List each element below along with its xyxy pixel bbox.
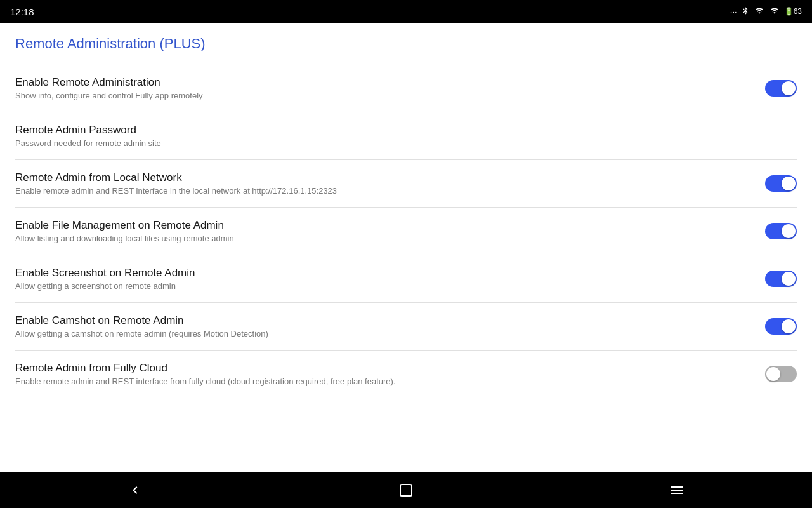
setting-subtitle-enable-file-management: Allow listing and downloading local file… [15,234,752,243]
menu-button[interactable] [658,478,696,503]
status-icons: ··· 🔋63 [730,6,802,17]
back-button[interactable] [116,478,154,503]
setting-subtitle-remote-admin-password: Password needed for remote admin site [15,138,784,148]
setting-subtitle-remote-admin-local-network: Enable remote admin and REST interface i… [15,186,752,196]
setting-row-remote-admin-password[interactable]: Remote Admin PasswordPassword needed for… [15,112,797,160]
setting-text-remote-admin-local-network: Remote Admin from Local NetworkEnable re… [15,171,765,196]
status-time: 12:18 [10,6,34,17]
setting-row-enable-remote-admin[interactable]: Enable Remote AdministrationShow info, c… [15,65,797,112]
status-bar: 12:18 ··· 🔋63 [0,0,812,23]
setting-row-remote-admin-fully-cloud[interactable]: Remote Admin from Fully CloudEnable remo… [15,351,797,398]
battery-icon: 🔋63 [784,7,802,16]
setting-title-remote-admin-password: Remote Admin Password [15,124,784,137]
bottom-nav [0,472,812,508]
home-button[interactable] [387,478,425,503]
settings-list: Enable Remote AdministrationShow info, c… [15,65,797,398]
setting-subtitle-enable-camshot: Allow getting a camshot on remote admin … [15,329,752,338]
setting-subtitle-enable-remote-admin: Show info, configure and control Fully a… [15,91,752,100]
setting-title-enable-screenshot: Enable Screenshot on Remote Admin [15,267,752,279]
setting-text-enable-camshot: Enable Camshot on Remote AdminAllow gett… [15,314,765,338]
setting-row-enable-camshot[interactable]: Enable Camshot on Remote AdminAllow gett… [15,303,797,351]
page-title: Remote Administration (PLUS) [15,36,797,52]
svg-rect-0 [400,485,412,496]
bluetooth-icon [741,6,750,17]
main-content: Remote Administration (PLUS) Enable Remo… [0,23,812,472]
toggle-remote-admin-local-network[interactable] [765,175,797,192]
setting-title-remote-admin-local-network: Remote Admin from Local Network [15,171,752,184]
setting-subtitle-remote-admin-fully-cloud: Enable remote admin and REST interface f… [15,377,752,386]
setting-title-enable-remote-admin: Enable Remote Administration [15,76,752,89]
setting-text-remote-admin-fully-cloud: Remote Admin from Fully CloudEnable remo… [15,362,765,386]
setting-row-remote-admin-local-network[interactable]: Remote Admin from Local NetworkEnable re… [15,160,797,208]
wifi-icon [769,6,780,17]
setting-subtitle-enable-screenshot: Allow getting a screenshot on remote adm… [15,281,752,291]
setting-text-enable-remote-admin: Enable Remote AdministrationShow info, c… [15,76,765,100]
toggle-enable-remote-admin[interactable] [765,80,797,97]
toggle-enable-screenshot[interactable] [765,271,797,287]
setting-title-enable-camshot: Enable Camshot on Remote Admin [15,314,752,327]
toggle-enable-camshot[interactable] [765,318,797,335]
setting-text-enable-file-management: Enable File Management on Remote AdminAl… [15,219,765,243]
dots-icon: ··· [730,7,737,17]
toggle-remote-admin-fully-cloud[interactable] [765,366,797,382]
toggle-enable-file-management[interactable] [765,223,797,239]
setting-title-enable-file-management: Enable File Management on Remote Admin [15,219,752,232]
setting-row-enable-file-management[interactable]: Enable File Management on Remote AdminAl… [15,208,797,255]
setting-title-remote-admin-fully-cloud: Remote Admin from Fully Cloud [15,362,752,375]
setting-text-enable-screenshot: Enable Screenshot on Remote AdminAllow g… [15,267,765,291]
signal-icon [754,6,765,17]
setting-text-remote-admin-password: Remote Admin PasswordPassword needed for… [15,124,797,148]
setting-row-enable-screenshot[interactable]: Enable Screenshot on Remote AdminAllow g… [15,255,797,303]
